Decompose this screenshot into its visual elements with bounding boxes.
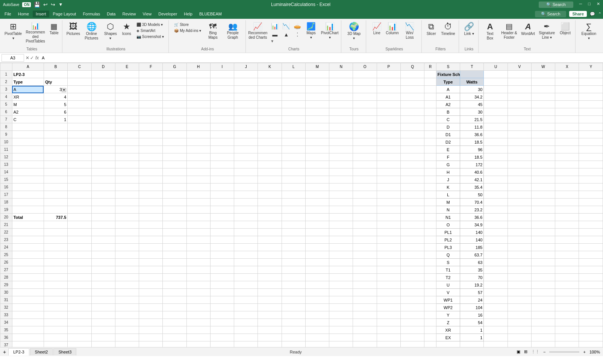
- cell-C36[interactable]: [68, 334, 91, 341]
- cell-I13[interactable]: [210, 161, 234, 168]
- cell-R13[interactable]: [424, 161, 436, 168]
- cell-Q19[interactable]: [400, 206, 424, 214]
- col-header-N[interactable]: N: [329, 63, 353, 71]
- cell-O25[interactable]: [353, 251, 377, 259]
- cell-E1[interactable]: [115, 71, 139, 78]
- cell-G6[interactable]: [163, 108, 186, 116]
- cell-C26[interactable]: [68, 259, 91, 266]
- cell-S8[interactable]: D: [436, 123, 460, 131]
- cell-N8[interactable]: [329, 123, 353, 131]
- cell-S2[interactable]: Type: [436, 78, 460, 86]
- online-pictures-button[interactable]: 🌐 Online Pictures: [82, 22, 101, 41]
- row-header-19[interactable]: 19: [0, 206, 12, 214]
- cell-O34[interactable]: [353, 319, 377, 326]
- cell-Y11[interactable]: [579, 146, 603, 153]
- cell-D7[interactable]: [91, 116, 115, 123]
- cell-C6[interactable]: [68, 108, 91, 116]
- cell-M10[interactable]: [305, 138, 329, 146]
- cell-I12[interactable]: [210, 153, 234, 161]
- cell-V16[interactable]: [508, 184, 531, 191]
- cell-J29[interactable]: [234, 281, 258, 289]
- cell-L37[interactable]: [282, 341, 305, 347]
- cell-U14[interactable]: [484, 168, 508, 176]
- cell-D27[interactable]: [91, 266, 115, 274]
- cell-G29[interactable]: [163, 281, 186, 289]
- cell-E35[interactable]: [115, 326, 139, 334]
- cell-B16[interactable]: [44, 184, 67, 191]
- cell-G14[interactable]: [163, 168, 186, 176]
- cell-X8[interactable]: [555, 123, 579, 131]
- cell-L34[interactable]: [282, 319, 305, 326]
- row-header-10[interactable]: 10: [0, 138, 12, 146]
- cell-G28[interactable]: [163, 274, 186, 281]
- row-header-3[interactable]: 3: [0, 86, 12, 93]
- cell-K37[interactable]: [258, 341, 282, 347]
- cell-N16[interactable]: [329, 184, 353, 191]
- cell-M36[interactable]: [305, 334, 329, 341]
- cell-P25[interactable]: [377, 251, 400, 259]
- cell-A24[interactable]: [12, 244, 44, 251]
- cell-D32[interactable]: [91, 304, 115, 311]
- cell-O7[interactable]: [353, 116, 377, 123]
- cell-D15[interactable]: [91, 176, 115, 184]
- cell-Q34[interactable]: [400, 319, 424, 326]
- bar-chart-button[interactable]: ▬: [270, 31, 280, 38]
- cell-U5[interactable]: [484, 101, 508, 108]
- cell-I24[interactable]: [210, 244, 234, 251]
- cell-D9[interactable]: [91, 131, 115, 138]
- cell-F20[interactable]: [139, 214, 163, 221]
- cell-Q28[interactable]: [400, 274, 424, 281]
- cell-O28[interactable]: [353, 274, 377, 281]
- cell-Q24[interactable]: [400, 244, 424, 251]
- cell-S5[interactable]: A2: [436, 101, 460, 108]
- cell-Y17[interactable]: [579, 191, 603, 199]
- cell-U37[interactable]: [484, 341, 508, 347]
- cell-P37[interactable]: [377, 341, 400, 347]
- cell-A16[interactable]: [12, 184, 44, 191]
- menu-help[interactable]: Help: [181, 11, 195, 17]
- cell-B14[interactable]: [44, 168, 67, 176]
- cell-U11[interactable]: [484, 146, 508, 153]
- cell-C7[interactable]: [68, 116, 91, 123]
- cell-M31[interactable]: [305, 296, 329, 304]
- cell-M17[interactable]: [305, 191, 329, 199]
- cell-J8[interactable]: [234, 123, 258, 131]
- cell-I32[interactable]: [210, 304, 234, 311]
- cell-H25[interactable]: [186, 251, 210, 259]
- cell-K7[interactable]: [258, 116, 282, 123]
- cell-V9[interactable]: [508, 131, 531, 138]
- cell-P22[interactable]: [377, 229, 400, 236]
- cell-F28[interactable]: [139, 274, 163, 281]
- cell-I14[interactable]: [210, 168, 234, 176]
- cell-I1[interactable]: [210, 71, 234, 78]
- cell-E24[interactable]: [115, 244, 139, 251]
- cell-D18[interactable]: [91, 199, 115, 206]
- cell-C35[interactable]: [68, 326, 91, 334]
- cell-H34[interactable]: [186, 319, 210, 326]
- cell-F27[interactable]: [139, 266, 163, 274]
- cell-O14[interactable]: [353, 168, 377, 176]
- cell-M26[interactable]: [305, 259, 329, 266]
- cell-Y4[interactable]: [579, 93, 603, 101]
- cell-F5[interactable]: [139, 101, 163, 108]
- menu-data[interactable]: Data: [104, 11, 118, 17]
- row-header-25[interactable]: 25: [0, 251, 12, 259]
- cell-L5[interactable]: [282, 101, 305, 108]
- cell-J12[interactable]: [234, 153, 258, 161]
- cell-C28[interactable]: [68, 274, 91, 281]
- col-header-K[interactable]: K: [258, 63, 282, 71]
- cell-V28[interactable]: [508, 274, 531, 281]
- cell-A22[interactable]: [12, 229, 44, 236]
- zoom-out-icon[interactable]: −: [542, 350, 547, 354]
- cell-C34[interactable]: [68, 319, 91, 326]
- cell-S12[interactable]: F: [436, 153, 460, 161]
- cell-O18[interactable]: [353, 199, 377, 206]
- cell-P10[interactable]: [377, 138, 400, 146]
- cell-U12[interactable]: [484, 153, 508, 161]
- cell-H19[interactable]: [186, 206, 210, 214]
- menu-developer[interactable]: Developer: [155, 11, 180, 17]
- cell-I35[interactable]: [210, 326, 234, 334]
- cell-E14[interactable]: [115, 168, 139, 176]
- screenshot-button[interactable]: 📷 Screenshot ▾: [135, 34, 165, 39]
- row-header-1[interactable]: 1: [0, 71, 12, 78]
